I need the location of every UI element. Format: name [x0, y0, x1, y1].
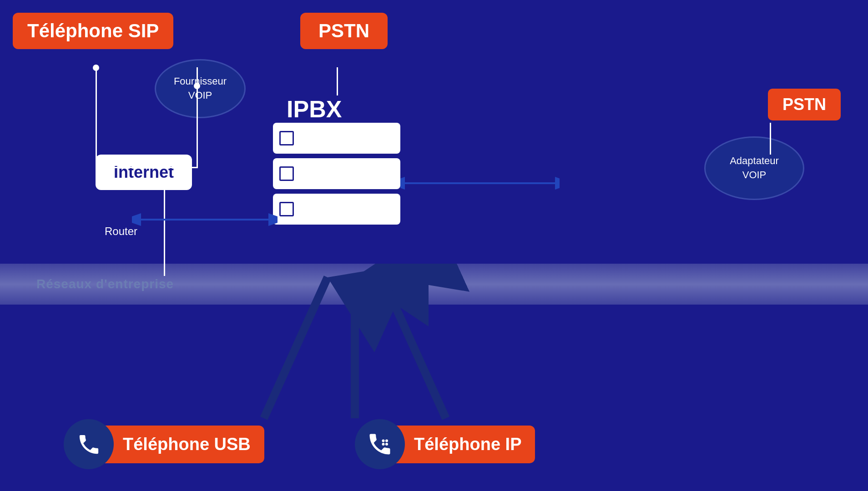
svg-line-9: [264, 277, 328, 418]
telephone-ip-icon-circle: [355, 419, 405, 469]
telephone-ip-label: Téléphone IP: [396, 426, 535, 463]
telephone-sip-badge: Téléphone SIP: [13, 13, 173, 49]
server-unit-2: [273, 158, 400, 189]
disk-2: [279, 166, 294, 181]
svg-point-12: [382, 440, 385, 442]
phone-usb-icon: [76, 432, 101, 457]
pstn-right-badge: PSTN: [768, 89, 841, 120]
disk-3: [279, 202, 294, 216]
voip-provider-label: FournisseurVOIP: [174, 75, 227, 103]
svg-line-11: [382, 277, 446, 418]
voip-provider-line: [197, 67, 198, 167]
ipbx-server: [273, 123, 400, 229]
adaptateur-voip-label: AdaptateurVOIP: [730, 154, 779, 182]
pstn-top-badge: PSTN: [300, 13, 388, 49]
network-label: Réseaux d'entreprise: [36, 277, 174, 291]
svg-point-13: [385, 440, 388, 442]
adaptateur-voip-ellipse: AdaptateurVOIP: [704, 136, 804, 200]
pstn-top-line: [337, 67, 338, 95]
router-arrow: [132, 208, 278, 231]
server-unit-1: [273, 123, 400, 154]
ipbx-label: IPBX: [287, 95, 342, 123]
internet-box: Internet: [96, 155, 192, 190]
bottom-arrows: [218, 264, 491, 427]
adapt-arrow: [400, 172, 560, 195]
telephone-usb-icon-circle: [64, 419, 114, 469]
telephone-usb-device: Téléphone USB: [64, 419, 264, 469]
telephone-usb-label: Téléphone USB: [105, 426, 264, 463]
sip-line-dot: [93, 65, 99, 71]
svg-point-15: [385, 443, 388, 446]
voip-provider-ellipse: FournisseurVOIP: [155, 59, 246, 118]
voip-dot: [194, 83, 200, 89]
voip-h-line: [164, 167, 198, 168]
server-unit-3: [273, 194, 400, 225]
svg-point-14: [382, 443, 385, 446]
phone-ip-icon: [366, 431, 394, 458]
h-line-to-internet: [96, 167, 148, 168]
telephone-ip-device: Téléphone IP: [355, 419, 535, 469]
pstn-right-down-line: [770, 123, 771, 155]
sip-to-internet-line: [96, 67, 97, 167]
disk-1: [279, 131, 294, 145]
